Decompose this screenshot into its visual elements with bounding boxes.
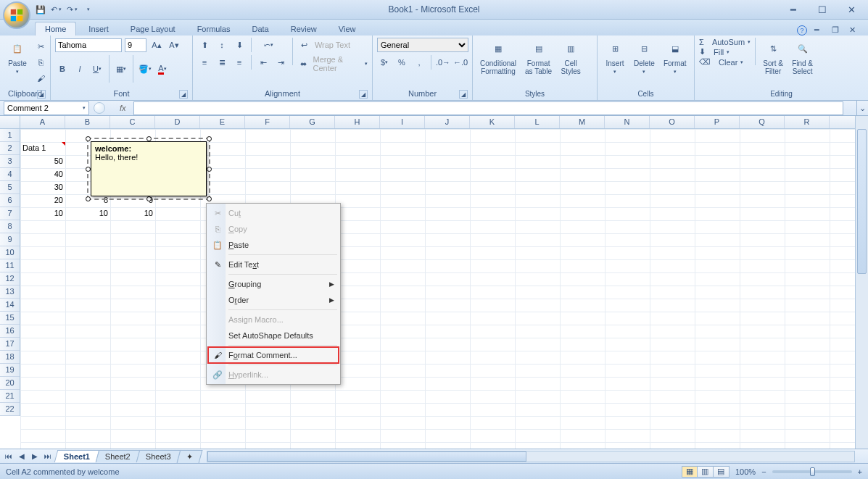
- page-layout-view-icon[interactable]: ▥: [698, 466, 714, 478]
- row-header-21[interactable]: 21: [0, 390, 20, 403]
- col-header-L[interactable]: L: [515, 116, 560, 128]
- row-header-6[interactable]: 6: [0, 194, 20, 207]
- row-header-15[interactable]: 15: [0, 312, 20, 325]
- col-header-M[interactable]: M: [560, 116, 605, 128]
- decrease-font-icon[interactable]: A▾: [167, 38, 181, 52]
- row-header-2[interactable]: 2: [0, 142, 20, 155]
- col-header-H[interactable]: H: [335, 116, 380, 128]
- row-header-3[interactable]: 3: [0, 155, 20, 168]
- cell-A2[interactable]: Data 1: [20, 142, 65, 155]
- vertical-scrollbar[interactable]: [855, 116, 868, 449]
- close-workbook-icon[interactable]: ✕: [849, 25, 859, 36]
- tab-page-layout[interactable]: Page Layout: [121, 22, 185, 36]
- border-button[interactable]: ▦▾: [114, 62, 128, 76]
- alignment-dialog-launcher[interactable]: ◢: [359, 90, 368, 99]
- zoom-out-icon[interactable]: −: [761, 467, 766, 476]
- clear-button[interactable]: ⌫ Clear▾: [699, 57, 751, 67]
- col-header-K[interactable]: K: [470, 116, 515, 128]
- col-header-A[interactable]: A: [20, 116, 65, 128]
- row-headers[interactable]: 12345678910111213141516171819202122: [0, 129, 20, 416]
- row-header-1[interactable]: 1: [0, 129, 20, 142]
- col-header-O[interactable]: O: [650, 116, 695, 128]
- minimize-ribbon-icon[interactable]: ━: [814, 25, 824, 36]
- tab-data[interactable]: Data: [242, 22, 278, 36]
- row-header-4[interactable]: 4: [0, 168, 20, 181]
- underline-button[interactable]: U▾: [90, 62, 104, 76]
- wrap-text-button[interactable]: ↩Wrap Text: [297, 38, 368, 52]
- row-header-14[interactable]: 14: [0, 299, 20, 312]
- row-header-20[interactable]: 20: [0, 377, 20, 390]
- decrease-decimal-icon[interactable]: ←.0: [453, 55, 468, 70]
- row-header-22[interactable]: 22: [0, 403, 20, 416]
- col-header-I[interactable]: I: [380, 116, 425, 128]
- format-as-table-button[interactable]: ▤Format as Table: [522, 38, 555, 77]
- percent-format-icon[interactable]: %: [394, 55, 409, 70]
- tab-insert[interactable]: Insert: [79, 22, 118, 36]
- align-right-icon[interactable]: ≡: [232, 55, 247, 70]
- row-header-9[interactable]: 9: [0, 233, 20, 246]
- increase-font-icon[interactable]: A▴: [149, 38, 164, 52]
- fill-button[interactable]: ⬇ Fill▾: [699, 47, 751, 57]
- align-bottom-icon[interactable]: ⬇: [232, 38, 247, 52]
- last-sheet-icon[interactable]: ⏭: [42, 451, 54, 462]
- number-dialog-launcher[interactable]: ◢: [459, 90, 468, 99]
- number-format-select[interactable]: General: [377, 38, 468, 52]
- maximize-button[interactable]: ☐: [814, 3, 830, 16]
- col-header-D[interactable]: D: [155, 116, 200, 128]
- col-header-F[interactable]: F: [245, 116, 290, 128]
- col-header-E[interactable]: E: [200, 116, 245, 128]
- menu-item-set-autoshape-defaults[interactable]: Set AutoShape Defaults: [208, 328, 339, 343]
- qat-customize-icon[interactable]: ▾: [83, 4, 94, 15]
- page-break-view-icon[interactable]: ▤: [714, 466, 729, 478]
- copy-button[interactable]: ⎘: [33, 55, 48, 70]
- zoom-slider-thumb[interactable]: [810, 467, 815, 476]
- comment-box[interactable]: welcome: Hello, there!: [91, 141, 207, 196]
- align-top-icon[interactable]: ⬆: [197, 38, 212, 52]
- tab-view[interactable]: View: [329, 22, 365, 36]
- select-all-corner[interactable]: [0, 116, 20, 129]
- delete-cells-button[interactable]: ⊟Delete▾: [631, 38, 658, 76]
- next-sheet-icon[interactable]: ▶: [29, 451, 41, 462]
- save-icon[interactable]: 💾: [35, 4, 46, 15]
- worksheet-grid[interactable]: ABCDEFGHIJKLMNOPQR 123456789101112131415…: [0, 116, 868, 449]
- undo-icon[interactable]: ↶▾: [51, 4, 62, 15]
- row-header-13[interactable]: 13: [0, 286, 20, 299]
- row-header-17[interactable]: 17: [0, 338, 20, 351]
- merge-center-button[interactable]: ⬌Merge & Center▾: [297, 55, 368, 72]
- scrollbar-thumb[interactable]: [857, 129, 867, 274]
- minimize-button[interactable]: ━: [785, 3, 801, 16]
- close-button[interactable]: ✕: [843, 3, 859, 16]
- conditional-formatting-button[interactable]: ▦Conditional Formatting: [477, 38, 519, 77]
- menu-item-paste[interactable]: 📋Paste: [208, 237, 339, 253]
- new-sheet-button[interactable]: ✦: [176, 450, 202, 463]
- menu-item-edit-text[interactable]: ✎Edit Text: [208, 257, 339, 272]
- fill-color-button[interactable]: 🪣▾: [138, 62, 152, 76]
- font-color-button[interactable]: A▾: [155, 62, 170, 76]
- clipboard-dialog-launcher[interactable]: ◢: [37, 90, 46, 99]
- sheet-tab-3[interactable]: Sheet3: [136, 450, 181, 462]
- zoom-in-icon[interactable]: +: [858, 467, 862, 476]
- expand-formula-bar-icon[interactable]: ⌄: [856, 101, 868, 115]
- autosum-button[interactable]: Σ AutoSum▾: [699, 38, 751, 46]
- row-header-18[interactable]: 18: [0, 351, 20, 364]
- row-header-19[interactable]: 19: [0, 364, 20, 377]
- hscroll-thumb[interactable]: [207, 451, 526, 462]
- align-middle-icon[interactable]: ↕: [215, 38, 229, 52]
- prev-sheet-icon[interactable]: ◀: [16, 451, 28, 462]
- accounting-format-icon[interactable]: $▾: [377, 55, 392, 70]
- cut-button[interactable]: ✂: [33, 39, 48, 54]
- row-header-7[interactable]: 7: [0, 207, 20, 220]
- tab-home[interactable]: Home: [35, 22, 76, 36]
- cell-A3[interactable]: 50: [20, 155, 65, 168]
- font-name-input[interactable]: [55, 38, 122, 52]
- col-header-J[interactable]: J: [425, 116, 470, 128]
- zoom-slider[interactable]: [772, 470, 852, 473]
- cell-A5[interactable]: 30: [20, 181, 65, 194]
- cell-styles-button[interactable]: ▥Cell Styles: [558, 38, 584, 77]
- font-size-input[interactable]: [125, 38, 146, 52]
- cell-A6[interactable]: 20: [20, 194, 65, 207]
- paste-button[interactable]: 📋 Paste ▾: [4, 38, 30, 76]
- row-header-12[interactable]: 12: [0, 272, 20, 286]
- insert-cells-button[interactable]: ⊞Insert▾: [602, 38, 628, 76]
- first-sheet-icon[interactable]: ⏮: [3, 451, 15, 462]
